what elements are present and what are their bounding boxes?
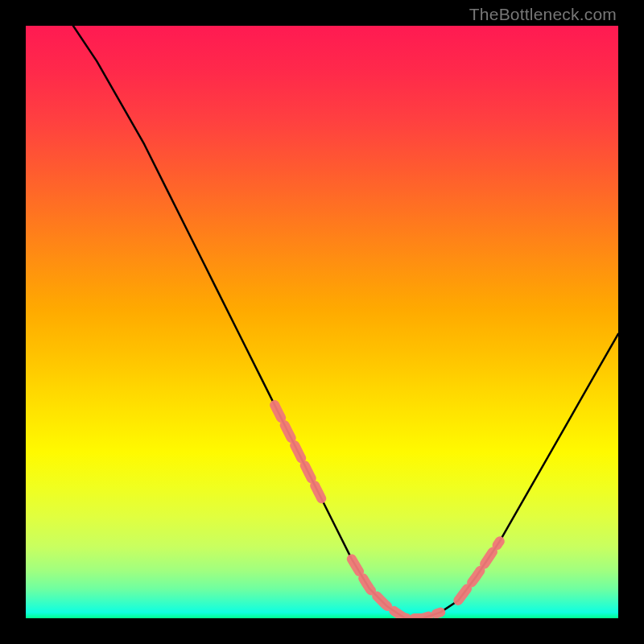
bottleneck-curve: [73, 26, 618, 618]
marker-group: [275, 405, 500, 618]
plot-area: [26, 26, 618, 618]
marker-segment-0: [275, 405, 322, 500]
marker-segment-2: [458, 541, 500, 601]
curve-svg: [26, 26, 618, 618]
watermark-text: TheBottleneck.com: [469, 5, 617, 24]
chart-container: TheBottleneck.com: [0, 0, 644, 644]
marker-segment-1: [352, 559, 440, 618]
curve-group: [73, 26, 618, 618]
